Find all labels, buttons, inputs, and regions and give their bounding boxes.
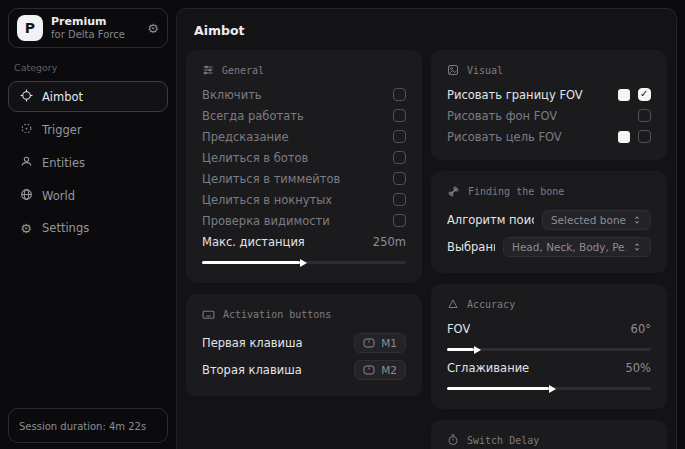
visual-card: Visual Рисовать границу FOV Рисовать фон… [431,50,667,160]
brand-title: Premium [51,15,139,29]
brand-card: P Premium for Delta Force ⚙ [8,8,168,48]
sidebar-item-aimbot[interactable]: Aimbot [8,81,168,112]
sidebar-item-label: Trigger [42,123,82,137]
prediction-checkbox[interactable] [393,130,406,143]
always-work-checkbox[interactable] [393,109,406,122]
toggle-row: Целиться в тиммейтов [202,168,406,189]
sidebar-item-entities[interactable]: Entities [8,147,168,178]
target-teammates-checkbox[interactable] [393,172,406,185]
left-column: General Включить Всегда работать Предска… [186,50,422,396]
settings-gear-icon: ⚙ [19,222,33,235]
toggle-row: Целиться в ботов [202,147,406,168]
visual-label: Рисовать границу FOV [447,88,583,102]
globe-icon [19,188,33,203]
toggle-label: Проверка видимости [202,214,330,228]
bone-algorithm-select[interactable]: Selected bone [542,210,651,230]
visual-row: Рисовать цель FOV [447,126,651,147]
sidebar-item-trigger[interactable]: Trigger [8,114,168,145]
first-key-button[interactable]: M1 [354,333,406,353]
bone-row: Алгоритм поиска кости Selected bone [447,206,651,233]
toggle-row: Предсказание [202,126,406,147]
draw-fov-target-checkbox[interactable] [638,130,651,143]
visual-label: Рисовать фон FOV [447,109,557,123]
brand-text: Premium for Delta Force [51,15,139,41]
session-duration: Session duration: 4m 22s [8,408,168,443]
visual-row: Рисовать границу FOV [447,84,651,105]
sidebar-item-label: World [42,189,75,203]
unfold-icon [632,215,642,225]
draw-fov-border-checkbox[interactable] [638,88,651,101]
activation-header: Activation buttons [202,308,406,321]
draw-fov-background-checkbox[interactable] [638,109,651,122]
toggle-row: Всегда работать [202,105,406,126]
fov-border-color-swatch[interactable] [618,89,630,101]
crosshair-icon [19,89,33,104]
bone-label: Выбранные кости [447,240,495,254]
sidebar-nav: Aimbot Trigger Entities World ⚙ Settings [8,81,168,243]
keybind-row: Первая клавиша M1 [202,329,406,356]
second-key-button[interactable]: M2 [354,360,406,380]
sliders-icon [202,64,214,76]
toggle-label: Целиться в тиммейтов [202,172,340,186]
slider-value: 60° [631,322,651,336]
toggle-label: Включить [202,88,262,102]
visual-header: Visual [447,64,651,76]
slider-value: 50% [625,361,651,375]
smoothing-slider[interactable] [447,387,651,390]
mouse-icon [363,338,375,348]
visual-row: Рисовать фон FOV [447,105,651,126]
target-bots-checkbox[interactable] [393,151,406,164]
unfold-icon [632,242,642,252]
sidebar-item-label: Aimbot [42,90,83,104]
keybind-label: Вторая клавиша [202,363,302,377]
slider-row: Макс. дистанция 250m [202,231,406,252]
enable-checkbox[interactable] [393,88,406,101]
sidebar: P Premium for Delta Force ⚙ Category Aim… [0,0,176,449]
fov-target-color-swatch[interactable] [618,131,630,143]
keyboard-icon [202,308,215,321]
general-card: General Включить Всегда работать Предска… [186,50,422,283]
bone-label: Алгоритм поиска кости [447,213,534,227]
page-title: Aimbot [194,23,667,38]
sidebar-item-label: Settings [42,221,89,235]
slider-row: Сглаживание 50% [447,357,651,378]
visibility-check-checkbox[interactable] [393,214,406,227]
sidebar-item-settings[interactable]: ⚙ Settings [8,213,168,243]
entities-icon [19,155,33,170]
slider-value: 250m [373,235,406,249]
bone-card: Finding the bone Алгоритм поиска кости S… [431,171,667,273]
visual-icon [447,64,459,76]
bone-header: Finding the bone [447,185,651,198]
keybind-row: Вторая клавиша M2 [202,356,406,383]
target-knocked-checkbox[interactable] [393,193,406,206]
trigger-icon [19,122,33,137]
sidebar-item-world[interactable]: World [8,180,168,211]
switch-delay-header: Switch Delay [447,434,651,446]
timer-icon [447,434,459,446]
category-label: Category [14,62,162,73]
activation-card: Activation buttons Первая клавиша M1 Вто… [186,294,422,396]
toggle-row: Включить [202,84,406,105]
slider-label: Макс. дистанция [202,235,305,249]
bone-icon [447,185,460,198]
triangle-icon [447,298,459,310]
keybind-label: Первая клавиша [202,336,303,350]
main-panel: Aimbot General Включить Всегда работать … [176,8,677,449]
visual-label: Рисовать цель FOV [447,130,562,144]
toggle-label: Целиться в нокнутых [202,193,332,207]
fov-slider[interactable] [447,348,651,351]
max-distance-slider[interactable] [202,261,406,264]
gear-icon[interactable]: ⚙ [147,21,159,36]
mouse-icon [363,365,375,375]
toggle-label: Предсказание [202,130,289,144]
slider-row: FOV 60° [447,318,651,339]
slider-label: FOV [447,322,470,336]
sidebar-item-label: Entities [42,156,85,170]
slider-label: Сглаживание [447,361,529,375]
general-header: General [202,64,406,76]
selected-bones-select[interactable]: Head, Neck, Body, Pe... [503,237,651,257]
toggle-label: Всегда работать [202,109,304,123]
accuracy-card: Accuracy FOV 60° Сглаживание 50% [431,284,667,409]
brand-subtitle: for Delta Force [51,29,139,42]
right-column: Visual Рисовать границу FOV Рисовать фон… [431,50,667,449]
